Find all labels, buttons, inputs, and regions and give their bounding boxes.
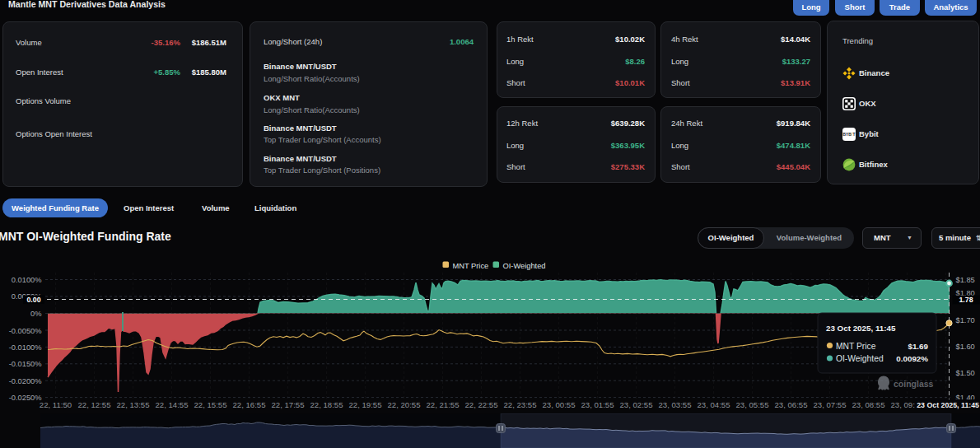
svg-text:BYB!T: BYB!T [842,132,855,136]
svg-text:-0.0250%: -0.0250% [9,394,42,402]
svg-text:22, 20:55: 22, 20:55 [387,400,420,409]
svg-text:22, 17:55: 22, 17:55 [271,400,304,409]
svg-text:-0.0150%: -0.0150% [9,360,42,368]
svg-text:23, 08:55: 23, 08:55 [852,400,884,409]
svg-text:22, 13:55: 22, 13:55 [116,400,149,409]
svg-text:23, 03:55: 23, 03:55 [658,400,691,409]
svg-text:23, 05:55: 23, 05:55 [735,400,768,409]
svg-text:0.0100%: 0.0100% [12,276,42,284]
svg-text:23 Oct 2025, 11:45: 23 Oct 2025, 11:45 [826,324,896,333]
svg-text:-0.0200%: -0.0200% [9,377,42,385]
svg-text:22, 14:55: 22, 14:55 [155,400,188,409]
svg-text:22, 16:55: 22, 16:55 [232,400,265,409]
svg-text:$1.70: $1.70 [956,316,975,324]
svg-text:-0.0100%: -0.0100% [9,343,42,352]
svg-text:$1.69: $1.69 [908,342,928,351]
svg-text:$1.50: $1.50 [956,369,975,377]
svg-text:23, 01:55: 23, 01:55 [581,400,614,409]
svg-text:23, 00:55: 23, 00:55 [542,400,575,409]
svg-text:22, 15:55: 22, 15:55 [194,400,226,409]
svg-text:MNT Price: MNT Price [453,262,489,270]
svg-text:0%: 0% [30,310,41,318]
svg-text:22, 23:55: 22, 23:55 [503,400,536,409]
svg-text:23, 02:55: 23, 02:55 [619,400,652,409]
svg-text:$1.60: $1.60 [956,343,975,351]
svg-text:22, 22:55: 22, 22:55 [464,400,497,409]
svg-text:coinglass: coinglass [894,379,934,389]
svg-text:MNT Price: MNT Price [836,342,876,351]
svg-text:-0.0050%: -0.0050% [9,327,42,335]
svg-text:0.00: 0.00 [26,296,40,304]
svg-text:23, 04:55: 23, 04:55 [697,400,730,409]
svg-text:0.0092%: 0.0092% [896,354,928,363]
svg-text:22, 18:55: 22, 18:55 [310,400,343,409]
svg-text:OI-Weighted: OI-Weighted [503,262,546,270]
svg-text:1.78: 1.78 [959,296,973,304]
svg-text:22, 21:55: 22, 21:55 [426,400,459,409]
svg-text:23 Oct 2025, 11:45: 23 Oct 2025, 11:45 [917,401,979,409]
svg-text:22, 11:50: 22, 11:50 [40,400,72,409]
svg-text:22, 19:55: 22, 19:55 [348,400,381,409]
svg-text:$1.85: $1.85 [956,276,975,284]
svg-text:OI-Weighted: OI-Weighted [836,354,884,363]
svg-text:23, 07:55: 23, 07:55 [813,400,846,409]
svg-text:23, 06:55: 23, 06:55 [774,400,807,409]
svg-text:22, 12:55: 22, 12:55 [77,400,110,409]
